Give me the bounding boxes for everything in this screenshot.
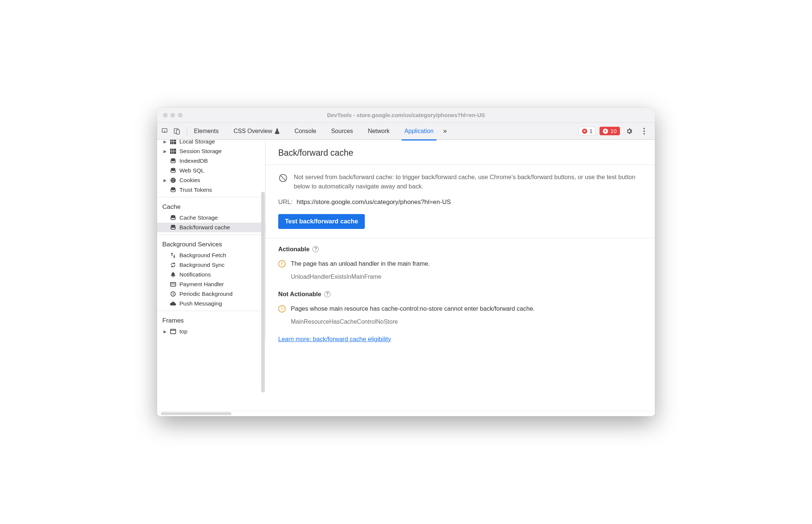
cloud-icon (170, 300, 176, 307)
svg-rect-14 (174, 149, 176, 151)
sidebar-heading-bg: Background Services (157, 237, 265, 250)
fetch-icon (170, 252, 176, 259)
database-icon (170, 224, 176, 231)
sidebar-item-label: Background Fetch (179, 252, 226, 259)
sidebar: Storage ▶ Local Storage ▶ Session Storag… (157, 140, 266, 340)
sidebar-item-label: Web SQL (179, 167, 204, 174)
panel-title: Back/forward cache (266, 140, 655, 165)
kebab-menu-icon[interactable] (639, 126, 650, 137)
sidebar-item-session-storage[interactable]: ▶ Session Storage (157, 146, 265, 156)
sidebar-item-cookies[interactable]: ▶ Cookies (157, 175, 265, 185)
svg-rect-9 (170, 142, 172, 144)
tab-elements[interactable]: Elements (193, 124, 220, 138)
card-icon (170, 281, 176, 288)
section-title-text: Not Actionable (278, 291, 321, 298)
bell-icon (170, 271, 176, 278)
sidebar-item-label: Session Storage (179, 148, 222, 155)
sidebar-item-label: Back/forward cache (179, 224, 230, 231)
sidebar-item-label: Payment Handler (179, 281, 224, 288)
test-bfcache-button[interactable]: Test back/forward cache (278, 214, 365, 229)
sidebar-item-periodic[interactable]: ▶ Periodic Background (157, 289, 265, 299)
sidebar-item-trust-tokens[interactable]: ▶ Trust Tokens (157, 185, 265, 195)
help-icon[interactable]: ? (324, 291, 331, 297)
sidebar-scrollbar[interactable] (260, 140, 266, 411)
svg-rect-10 (172, 142, 173, 144)
sidebar-item-indexeddb[interactable]: ▶ IndexedDB (157, 156, 265, 166)
sidebar-item-cache-storage[interactable]: ▶ Cache Storage (157, 213, 265, 223)
svg-point-20 (170, 178, 176, 183)
caret-icon: ▶ (163, 140, 167, 144)
svg-point-23 (173, 181, 174, 181)
zoom-dot[interactable] (178, 113, 182, 117)
window-title: DevTools - store.google.com/us/category/… (157, 112, 655, 118)
sidebar-item-label: Background Sync (179, 262, 225, 268)
warning-icon: ! (278, 260, 286, 268)
section-title-text: Actionable (278, 246, 309, 253)
settings-icon[interactable] (624, 126, 635, 137)
sidebar-item-local-storage[interactable]: ▶ Local Storage (157, 140, 265, 146)
sidebar-item-label: Notifications (179, 271, 211, 278)
error-count-badge[interactable]: 1 (579, 127, 596, 135)
sidebar-item-label: Periodic Background (179, 291, 233, 297)
sidebar-item-bfcache[interactable]: ▶ Back/forward cache (157, 223, 265, 232)
svg-rect-13 (172, 149, 173, 151)
learn-more-link[interactable]: Learn more: back/forward cache eligibili… (278, 336, 391, 342)
close-dot[interactable] (163, 113, 168, 117)
sidebar-item-bg-sync[interactable]: ▶ Background Sync (157, 260, 265, 270)
traffic-lights (157, 113, 182, 117)
svg-rect-6 (170, 140, 172, 141)
svg-point-4 (643, 130, 645, 132)
toolbar: Elements CSS Overview Console Sources Ne… (157, 123, 655, 140)
issue-icon (603, 129, 608, 134)
issue-text: The page has an unload handler in the ma… (291, 260, 430, 267)
svg-point-22 (173, 179, 174, 179)
error-icon (582, 129, 587, 134)
sidebar-heading-frames: Frames (157, 313, 265, 327)
actionable-heading: Actionable ? (278, 246, 642, 253)
sidebar-item-label: top (179, 328, 188, 335)
warning-icon: ! (278, 305, 286, 313)
footer (157, 411, 655, 416)
not-allowed-icon (278, 173, 288, 183)
sidebar-item-label: Local Storage (179, 140, 215, 145)
issue-code: MainResourceHasCacheControlNoStore (291, 318, 642, 325)
help-icon[interactable]: ? (312, 246, 319, 252)
issue-count-badge[interactable]: 10 (600, 127, 620, 135)
more-tabs-icon[interactable]: » (441, 126, 449, 136)
issue-text: Pages whose main resource has cache-cont… (291, 305, 535, 312)
tab-network[interactable]: Network (367, 124, 390, 138)
svg-rect-30 (170, 329, 176, 334)
inspect-element-icon[interactable] (159, 126, 170, 137)
cookie-icon (170, 177, 176, 184)
sidebar-item-notifications[interactable]: ▶ Notifications (157, 270, 265, 279)
sidebar-item-push[interactable]: ▶ Push Messaging (157, 299, 265, 308)
sidebar-item-payment[interactable]: ▶ Payment Handler (157, 279, 265, 289)
horizontal-scrollbar[interactable] (161, 412, 231, 415)
storage-grid-icon (170, 140, 176, 145)
url-value: https://store.google.com/us/category/pho… (296, 198, 451, 206)
sidebar-item-frame-top[interactable]: ▶ top (157, 327, 265, 336)
database-icon (170, 167, 176, 174)
bfcache-status-text: Not served from back/forward cache: to t… (294, 172, 642, 191)
sidebar-item-websql[interactable]: ▶ Web SQL (157, 166, 265, 175)
svg-point-21 (172, 179, 172, 180)
actionable-issue: ! The page has an unload handler in the … (278, 260, 642, 268)
sidebar-item-label: Trust Tokens (179, 187, 212, 193)
tab-application[interactable]: Application (404, 124, 434, 138)
device-toolbar-icon[interactable] (171, 126, 182, 137)
sidebar-item-label: IndexedDB (179, 158, 208, 164)
svg-rect-7 (172, 140, 173, 141)
svg-point-5 (643, 133, 645, 135)
minimize-dot[interactable] (170, 113, 175, 117)
sidebar-item-bg-fetch[interactable]: ▶ Background Fetch (157, 250, 265, 260)
clock-icon (170, 291, 176, 297)
database-icon (170, 187, 176, 193)
url-label: URL: (278, 198, 293, 206)
database-icon (170, 158, 176, 164)
tab-console[interactable]: Console (294, 124, 317, 138)
svg-rect-8 (174, 140, 176, 141)
tab-css-overview[interactable]: CSS Overview (233, 124, 280, 138)
database-icon (170, 214, 176, 221)
tab-sources[interactable]: Sources (330, 124, 354, 138)
sidebar-item-label: Cache Storage (179, 214, 218, 221)
